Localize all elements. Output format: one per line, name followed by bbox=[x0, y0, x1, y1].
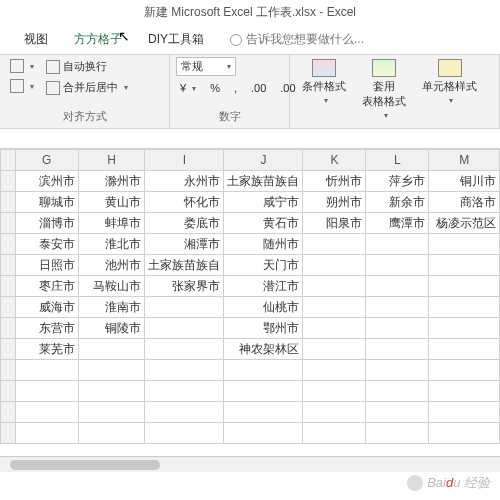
cell[interactable] bbox=[224, 360, 303, 381]
cell[interactable] bbox=[366, 402, 429, 423]
row-header[interactable] bbox=[1, 213, 16, 234]
cell[interactable] bbox=[303, 381, 366, 402]
cell[interactable] bbox=[366, 255, 429, 276]
corner-cell[interactable] bbox=[1, 150, 16, 171]
cell[interactable]: 蚌埠市 bbox=[78, 213, 145, 234]
cell[interactable]: 滨州市 bbox=[15, 171, 78, 192]
cell[interactable] bbox=[429, 360, 500, 381]
cell[interactable]: 新余市 bbox=[366, 192, 429, 213]
cell[interactable] bbox=[224, 423, 303, 444]
col-header-H[interactable]: H bbox=[78, 150, 145, 171]
cell[interactable]: 东营市 bbox=[15, 318, 78, 339]
cell[interactable] bbox=[303, 297, 366, 318]
cell[interactable] bbox=[78, 381, 145, 402]
horizontal-scrollbar[interactable] bbox=[0, 456, 500, 472]
tell-me-search[interactable]: 告诉我您想要做什么... bbox=[226, 29, 368, 50]
row-header[interactable] bbox=[1, 171, 16, 192]
conditional-format-button[interactable]: 条件格式▾ bbox=[296, 57, 352, 107]
cell[interactable]: 枣庄市 bbox=[15, 276, 78, 297]
cell[interactable] bbox=[78, 339, 145, 360]
cell[interactable]: 咸宁市 bbox=[224, 192, 303, 213]
col-header-G[interactable]: G bbox=[15, 150, 78, 171]
cell[interactable] bbox=[224, 381, 303, 402]
cell[interactable]: 张家界市 bbox=[145, 276, 224, 297]
cell[interactable]: 仙桃市 bbox=[224, 297, 303, 318]
cell[interactable]: 泰安市 bbox=[15, 234, 78, 255]
cell[interactable]: 滁州市 bbox=[78, 171, 145, 192]
cell[interactable]: 阳泉市 bbox=[303, 213, 366, 234]
cell[interactable] bbox=[303, 255, 366, 276]
number-format-select[interactable]: 常规▾ bbox=[176, 57, 236, 76]
col-header-I[interactable]: I bbox=[145, 150, 224, 171]
cell[interactable]: 淮北市 bbox=[78, 234, 145, 255]
cell[interactable] bbox=[429, 339, 500, 360]
align-btn-1[interactable]: ▾ bbox=[6, 57, 38, 75]
cell[interactable]: 马鞍山市 bbox=[78, 276, 145, 297]
cell[interactable]: 铜陵市 bbox=[78, 318, 145, 339]
cell[interactable] bbox=[145, 360, 224, 381]
cell[interactable]: 土家族苗族自 bbox=[145, 255, 224, 276]
cell[interactable]: 永州市 bbox=[145, 171, 224, 192]
cell[interactable] bbox=[15, 423, 78, 444]
cell[interactable] bbox=[78, 423, 145, 444]
row-header[interactable] bbox=[1, 402, 16, 423]
cell[interactable] bbox=[145, 423, 224, 444]
cell[interactable] bbox=[366, 360, 429, 381]
spreadsheet-grid[interactable]: GHIJKLM滨州市滁州市永州市土家族苗族自忻州市萍乡市铜川市聊城市黄山市怀化市… bbox=[0, 149, 500, 444]
cell[interactable] bbox=[145, 381, 224, 402]
cell[interactable]: 朔州市 bbox=[303, 192, 366, 213]
cell[interactable] bbox=[366, 234, 429, 255]
cell[interactable]: 鹰潭市 bbox=[366, 213, 429, 234]
cell[interactable]: 莱芜市 bbox=[15, 339, 78, 360]
cell[interactable]: 土家族苗族自 bbox=[224, 171, 303, 192]
cell[interactable]: 威海市 bbox=[15, 297, 78, 318]
cell[interactable] bbox=[303, 276, 366, 297]
cell[interactable]: 鄂州市 bbox=[224, 318, 303, 339]
tab-diy-toolbox[interactable]: DIY工具箱 bbox=[144, 29, 208, 50]
cell[interactable] bbox=[15, 360, 78, 381]
cell[interactable]: 铜川市 bbox=[429, 171, 500, 192]
cell[interactable] bbox=[303, 360, 366, 381]
indent-btn[interactable]: ▾ bbox=[6, 77, 38, 95]
currency-button[interactable]: ¥▾ bbox=[176, 80, 200, 96]
row-header[interactable] bbox=[1, 381, 16, 402]
cell[interactable]: 天门市 bbox=[224, 255, 303, 276]
cell[interactable]: 商洛市 bbox=[429, 192, 500, 213]
cell[interactable] bbox=[145, 339, 224, 360]
cell[interactable]: 聊城市 bbox=[15, 192, 78, 213]
table-format-button[interactable]: 套用 表格格式▾ bbox=[356, 57, 412, 122]
cell[interactable] bbox=[78, 402, 145, 423]
cell[interactable] bbox=[224, 402, 303, 423]
wrap-text-button[interactable]: 自动换行 bbox=[42, 57, 132, 76]
cell[interactable]: 怀化市 bbox=[145, 192, 224, 213]
row-header[interactable] bbox=[1, 255, 16, 276]
cell[interactable] bbox=[429, 297, 500, 318]
cell[interactable] bbox=[366, 276, 429, 297]
scroll-thumb[interactable] bbox=[10, 460, 160, 470]
comma-button[interactable]: , bbox=[230, 80, 241, 96]
tab-fangfanggezi[interactable]: 方方格子 bbox=[70, 29, 126, 50]
percent-button[interactable]: % bbox=[206, 80, 224, 96]
cell[interactable] bbox=[303, 318, 366, 339]
row-header[interactable] bbox=[1, 276, 16, 297]
cell[interactable] bbox=[303, 402, 366, 423]
cell[interactable]: 娄底市 bbox=[145, 213, 224, 234]
cell[interactable]: 神农架林区 bbox=[224, 339, 303, 360]
cell[interactable]: 萍乡市 bbox=[366, 171, 429, 192]
cell-style-button[interactable]: 单元格样式▾ bbox=[416, 57, 483, 107]
row-header[interactable] bbox=[1, 423, 16, 444]
cell[interactable] bbox=[429, 423, 500, 444]
cell[interactable]: 黄山市 bbox=[78, 192, 145, 213]
cell[interactable]: 黄石市 bbox=[224, 213, 303, 234]
cell[interactable]: 淮南市 bbox=[78, 297, 145, 318]
cell[interactable] bbox=[145, 297, 224, 318]
cell[interactable] bbox=[429, 234, 500, 255]
cell[interactable] bbox=[366, 297, 429, 318]
col-header-K[interactable]: K bbox=[303, 150, 366, 171]
cell[interactable] bbox=[366, 318, 429, 339]
cell[interactable]: 淄博市 bbox=[15, 213, 78, 234]
col-header-J[interactable]: J bbox=[224, 150, 303, 171]
cell[interactable]: 随州市 bbox=[224, 234, 303, 255]
tab-view[interactable]: 视图 bbox=[20, 29, 52, 50]
increase-decimal-button[interactable]: .00 bbox=[247, 80, 270, 96]
